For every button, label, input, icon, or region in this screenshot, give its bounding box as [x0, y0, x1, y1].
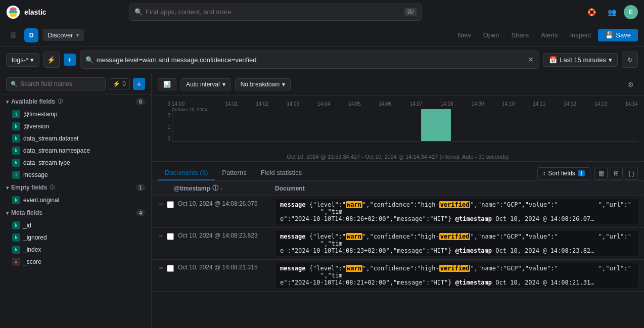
open-button[interactable]: Open [478, 29, 504, 41]
json-view-button[interactable]: { } [625, 167, 638, 180]
tab-documents[interactable]: Documents (3) [158, 166, 215, 180]
table-view-button[interactable]: ▦ [594, 167, 608, 180]
field-name: _score [23, 258, 41, 265]
doc-content-mid: ","confidence":"high- [362, 201, 439, 208]
highlight-verified: verified [439, 233, 471, 240]
available-fields-section[interactable]: ▾ Available fields ⓘ 6 [0, 95, 151, 108]
field-item-ignored[interactable]: k _ignored [0, 231, 151, 244]
field-item-event-original[interactable]: k event.original [0, 194, 151, 206]
chart-subtitle: Oct 10, 2024 @ 13:59:34.427 - Oct 10, 20… [158, 152, 638, 163]
expand-row-button[interactable]: ✏ [158, 264, 165, 271]
highlight-warn: warn [346, 265, 362, 272]
auto-interval-button[interactable]: Auto interval ▾ [180, 78, 231, 90]
y-label-2: 2 [158, 113, 170, 118]
users-button[interactable]: 👥 [604, 4, 620, 20]
hide-chart-button[interactable]: 📊 [158, 78, 176, 90]
content-area: 📊 Auto interval ▾ No breakdown ▾ ⚙ 3 2 1… [152, 73, 644, 328]
field-name: _id [23, 222, 31, 229]
doc-url-line: e":"2024-10-10T14:08:21+02:00","message"… [280, 279, 594, 286]
sidebar: 🔍 ⚡ 0 + ▾ Available fields ⓘ 6 t @timest… [0, 73, 152, 328]
row-checkbox[interactable] [167, 233, 174, 240]
save-icon: 💾 [605, 31, 613, 39]
doc-message-prefix: message {"level":" [280, 265, 346, 272]
tab-patterns[interactable]: Patterns [215, 166, 253, 180]
search-icon: 🔍 [85, 56, 94, 64]
expand-row-button[interactable]: ✏ [158, 232, 165, 240]
filter-count-button[interactable]: ⚡ 0 [109, 78, 130, 89]
field-item-index[interactable]: k _index [0, 244, 151, 256]
chart-yaxis: 3 2 1 0 [158, 101, 170, 142]
row-checkbox[interactable] [167, 201, 174, 208]
save-button[interactable]: 💾 Save [598, 29, 638, 41]
global-search-input[interactable] [146, 8, 401, 16]
highlight-warn: warn [346, 201, 362, 208]
field-type-badge: t [12, 171, 20, 179]
field-item-version[interactable]: k @version [0, 120, 151, 132]
chart-settings-button[interactable]: ⚙ [624, 77, 638, 91]
field-item-id[interactable]: k _id [0, 219, 151, 231]
chevron-down-icon: ▾ [282, 81, 285, 88]
refresh-button[interactable]: ↻ [622, 52, 638, 68]
search-field-names-input[interactable]: 🔍 [6, 77, 106, 90]
field-item-dataset[interactable]: k data_stream.dataset [0, 132, 151, 145]
alerts-button[interactable]: Alerts [536, 29, 563, 41]
view-buttons: ▦ ⊞ { } [594, 167, 638, 180]
sort-fields-button[interactable]: ↕ Sort fields 1 [537, 167, 590, 179]
query-bar: logs-* ▾ ⚡ + 🔍 ✕ 📅 Last 15 minutes ▾ ↻ [0, 46, 644, 73]
col-timestamp-header: @timestamp ⓘ ↓ [174, 184, 275, 193]
expand-row-button[interactable]: ✏ [158, 201, 165, 208]
app-tab-discover[interactable]: Discover ▾ [42, 29, 84, 41]
highlight-verified: verified [439, 201, 471, 208]
filter-count: 0 [122, 80, 126, 87]
field-name: @version [23, 123, 49, 130]
index-pattern-button[interactable]: logs-* ▾ [6, 53, 39, 67]
date-label: Last 15 minutes [560, 56, 606, 64]
empty-fields-section[interactable]: ▾ Empty fields ⓘ 1 [0, 181, 151, 194]
main: 🔍 ⚡ 0 + ▾ Available fields ⓘ 6 t @timest… [0, 73, 644, 328]
inspect-button[interactable]: Inspect [565, 29, 596, 41]
sidebar-search: 🔍 ⚡ 0 + [0, 73, 151, 95]
filter-icon: ⚡ [113, 80, 120, 87]
doc-content: message {"level":"warn","confidence":"hi… [276, 263, 638, 288]
help-icon: ⓘ [58, 98, 63, 105]
share-button[interactable]: Share [507, 29, 534, 41]
field-type-badge: k [12, 196, 20, 204]
clear-query-button[interactable]: ✕ [528, 56, 534, 64]
auto-interval-label: Auto interval [186, 81, 220, 88]
row-checkbox[interactable] [167, 265, 174, 272]
date-picker-button[interactable]: 📅 Last 15 minutes ▾ [543, 53, 618, 67]
docs-tabs: Documents (3) Patterns Field statistics … [152, 162, 644, 181]
elastic-logo[interactable]: elastic [6, 5, 47, 19]
meta-fields-section[interactable]: ▾ Meta fields 4 [0, 206, 151, 219]
global-search-bar[interactable]: 🔍 ⌘/ [129, 4, 422, 21]
filter-button[interactable]: ⚡ [43, 52, 60, 68]
svg-point-3 [10, 12, 17, 17]
nav-actions: New Open Share Alerts Inspect 💾 Save [453, 29, 638, 41]
add-field-button[interactable]: + [133, 78, 145, 90]
help-button[interactable]: 🛟 [583, 4, 600, 20]
field-item-message[interactable]: t message [0, 169, 151, 181]
add-filter-button[interactable]: + [64, 54, 76, 66]
field-item-type[interactable]: k data_stream.type [0, 157, 151, 169]
field-type-badge: t [12, 110, 20, 118]
field-item-timestamp[interactable]: t @timestamp [0, 108, 151, 120]
elastic-logo-icon [6, 5, 20, 19]
new-button[interactable]: New [453, 29, 476, 41]
query-input[interactable] [97, 56, 525, 64]
field-item-namespace[interactable]: k data_stream.namespace [0, 145, 151, 157]
field-name: @timestamp [23, 111, 58, 118]
breakdown-button[interactable]: No breakdown ▾ [235, 78, 291, 90]
columns-view-button[interactable]: ⊞ [610, 167, 623, 180]
query-input-wrap: 🔍 ✕ [80, 51, 539, 69]
info-icon: ⓘ [212, 184, 218, 193]
kbd-shortcut: ⌘/ [404, 8, 417, 16]
doc-message-prefix: message {"level":" [280, 201, 346, 208]
sort-asc-icon: ↓ [220, 185, 223, 191]
hamburger-button[interactable]: ☰ [6, 28, 20, 42]
doc-content: message {"level":"warn","confidence":"hi… [276, 199, 638, 224]
field-search-input[interactable] [20, 80, 101, 87]
field-item-score[interactable]: # _score [0, 256, 151, 268]
doc-content-mid: ","confidence":"high- [362, 265, 439, 272]
avatar[interactable]: E [624, 5, 638, 19]
tab-field-statistics[interactable]: Field statistics [254, 166, 309, 180]
